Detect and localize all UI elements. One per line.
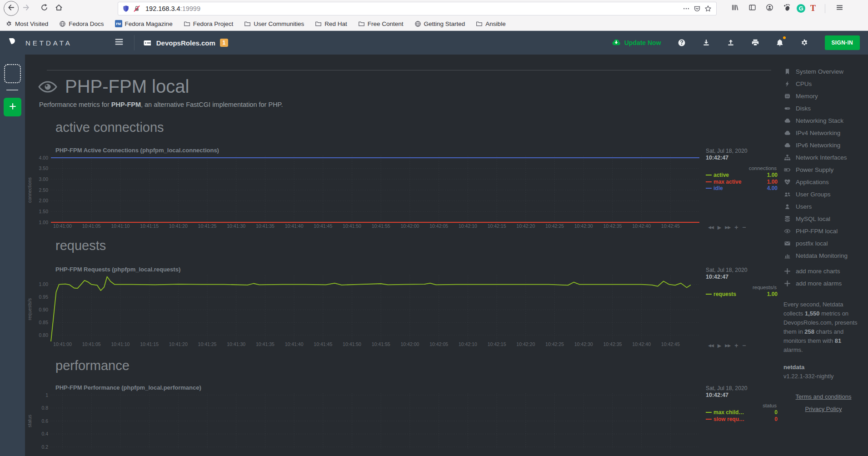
pan-forward-button[interactable]: ▶▶ [725, 225, 730, 230]
url-bar[interactable]: 192.168.3.4:19999 [118, 2, 717, 15]
account-button[interactable] [762, 2, 777, 15]
library-button[interactable] [728, 2, 742, 15]
forward-button[interactable] [19, 2, 33, 15]
sidebar-action-add-more-charts[interactable]: add more charts [783, 265, 863, 277]
bookmark-icon [783, 68, 791, 75]
update-cloud-icon [612, 38, 621, 48]
import-button[interactable] [702, 39, 710, 47]
user-icon [783, 203, 791, 210]
sidebar-item-disks[interactable]: Disks [783, 102, 863, 115]
bookmark-item[interactable]: Ansible [476, 20, 505, 27]
plus-icon [783, 268, 791, 275]
play-button[interactable]: ▶ [718, 343, 721, 349]
legend-item[interactable]: slow requ…0 [706, 416, 778, 423]
zoom-in-button[interactable]: + [734, 342, 738, 349]
home-button[interactable] [51, 2, 66, 15]
legend-item[interactable]: idle4.00 [706, 185, 778, 192]
x-tick-label: 10:42:45 [661, 341, 680, 347]
chart-canvas[interactable]: 10.80.60.40.2status [25, 392, 702, 456]
x-tick-label: 10:42:20 [516, 341, 535, 347]
charts-container: active connectionsPHP-FPM Active Connect… [25, 120, 779, 456]
bookmark-item[interactable]: Fedora Project [184, 20, 234, 27]
bookmark-item[interactable]: Free Content [358, 20, 404, 27]
gnome-extension-button[interactable] [779, 2, 794, 15]
y-axis-title: requests/s [27, 298, 32, 320]
sidebar-item-networking-stack[interactable]: Networking Stack [783, 115, 863, 127]
sidebar-item-netdata-monitoring[interactable]: Netdata Monitoring [783, 250, 863, 262]
fedora-magazine-icon: FM [115, 20, 122, 27]
sidebar-item-memory[interactable]: Memory [783, 90, 863, 102]
chart-section: performancePHP-FPM Performance (phpfpm_l… [25, 358, 779, 456]
sidebar-item-power-supply[interactable]: Power Supply [783, 164, 863, 176]
bookmark-item[interactable]: Most Visited [5, 20, 48, 27]
pan-backward-button[interactable]: ◀◀ [708, 225, 713, 230]
legend-item[interactable]: active1.00 [706, 172, 778, 179]
alarm-badge[interactable]: 1 [220, 39, 228, 47]
sidebar-action-add-more-alarms[interactable]: add more alarms [783, 277, 863, 290]
legend-item[interactable]: max child…0 [706, 409, 778, 416]
bookmark-label: Ansible [485, 20, 505, 27]
x-tick-label: 10:41:30 [227, 341, 245, 347]
sidebar-item-cpus[interactable]: CPUs [783, 78, 863, 90]
settings-button[interactable] [800, 39, 808, 47]
sidebar-item-network-interfaces[interactable]: Network Interfaces [783, 151, 863, 164]
alarms-button[interactable] [776, 39, 784, 47]
add-node-button[interactable] [4, 98, 21, 116]
highlight-selection-tool[interactable] [4, 64, 21, 83]
x-tick-label: 10:41:45 [314, 341, 332, 347]
pan-forward-button[interactable]: ▶▶ [725, 343, 730, 348]
sidebar-item-user-groups[interactable]: User Groups [783, 188, 863, 200]
grammarly-extension-button[interactable]: G [797, 4, 805, 13]
legend-item[interactable]: max active1.00 [706, 179, 778, 185]
chart-canvas[interactable]: 4.003.503.002.502.001.501.0010:41:0010:4… [25, 155, 702, 232]
zoom-out-button[interactable]: − [742, 342, 746, 349]
bookmark-item[interactable]: Fedora Docs [59, 20, 104, 27]
reload-button[interactable] [37, 2, 51, 15]
terms-link[interactable]: Terms and conditions [783, 391, 863, 403]
pocket-icon[interactable] [693, 5, 701, 12]
zoom-in-button[interactable]: + [734, 224, 738, 231]
insecure-connection-icon[interactable] [133, 5, 141, 12]
tracking-protection-icon[interactable] [122, 5, 130, 12]
x-tick-label: 10:42:10 [459, 223, 477, 229]
database-icon [783, 215, 791, 223]
sidebar-item-label: Netdata Monitoring [796, 252, 848, 259]
sidebar-item-postfix-local[interactable]: postfix local [783, 237, 863, 250]
bookmark-item[interactable]: User Communities [244, 20, 304, 27]
sidebar-item-ipv6-networking[interactable]: IPv6 Networking [783, 139, 863, 151]
bookmark-star-icon[interactable] [704, 5, 712, 12]
node-name: DevopsRoles.com [156, 39, 215, 47]
update-now-button[interactable]: Update Now [612, 38, 661, 48]
play-button[interactable]: ▶ [718, 225, 721, 231]
sidebar-item-php-fpm-local[interactable]: PHP-FPM local [783, 225, 863, 237]
netdata-logo[interactable] [8, 37, 19, 48]
page-actions-icon[interactable] [683, 5, 690, 12]
zoom-out-button[interactable]: − [742, 224, 746, 231]
back-button[interactable] [4, 1, 19, 16]
bookmark-item[interactable]: Getting Started [414, 20, 465, 27]
pan-backward-button[interactable]: ◀◀ [708, 343, 713, 348]
legend-item[interactable]: requests1.00 [706, 291, 778, 298]
bookmark-item[interactable]: Red Hat [315, 20, 347, 27]
sidebar-action-label: add more alarms [796, 280, 842, 287]
sidebar-item-label: Power Supply [796, 166, 833, 173]
help-button[interactable] [678, 39, 686, 47]
chart-canvas[interactable]: 1.000.950.900.850.8010:41:0010:41:0510:4… [25, 274, 702, 350]
t-extension-button[interactable]: T [808, 4, 818, 13]
sidebar-toggle-button[interactable] [745, 2, 759, 15]
sidebar-item-mysql-local[interactable]: MySQL local [783, 213, 863, 225]
node-selector[interactable]: DevopsRoles.com [144, 39, 215, 47]
menu-toggle-button[interactable] [114, 37, 125, 49]
sidebar-item-system-overview[interactable]: System Overview [783, 65, 863, 78]
product-name: netdata [783, 364, 804, 371]
app-menu-button[interactable] [832, 2, 847, 15]
sidebar-item-ipv4-networking[interactable]: IPv4 Networking [783, 127, 863, 139]
series-name: max child… [713, 409, 744, 416]
bookmark-item[interactable]: FMFedora Magazine [115, 20, 173, 27]
sign-in-button[interactable]: SIGN-IN [825, 35, 860, 50]
sidebar-item-applications[interactable]: Applications [783, 176, 863, 188]
export-button[interactable] [727, 39, 735, 47]
sidebar-item-users[interactable]: Users [783, 200, 863, 213]
privacy-link[interactable]: Privacy Policy [783, 403, 863, 415]
print-button[interactable] [751, 39, 759, 47]
